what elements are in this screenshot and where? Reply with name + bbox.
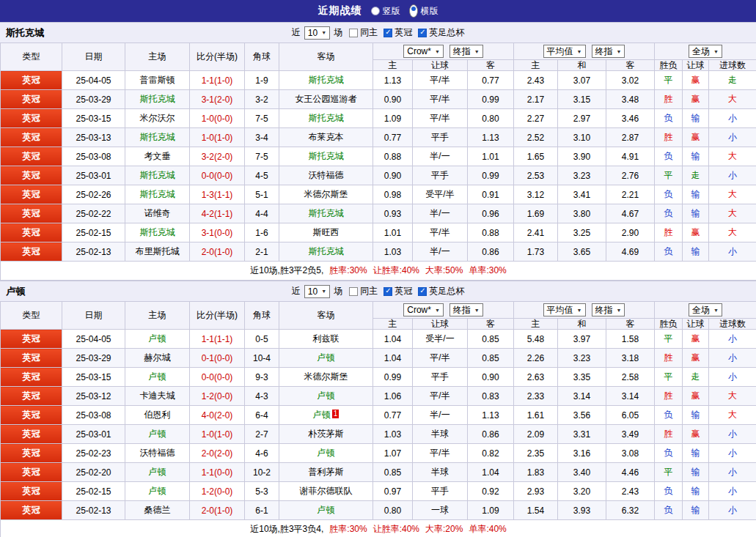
filter-suffix-label: 场 xyxy=(334,26,342,39)
layout-option-vertical[interactable]: 竖版 xyxy=(371,5,400,18)
euro-type-value: 终指 xyxy=(595,304,613,316)
goals-result-cell: 小 xyxy=(709,242,756,262)
date-cell: 25-03-29 xyxy=(62,90,125,109)
match-row: 英冠25-03-01卢顿1-0(1-0)2-7朴茨茅斯1.03半球0.862.0… xyxy=(1,425,756,444)
match-result-cell: 负 xyxy=(655,406,683,425)
away-team-cell: 斯托克城 xyxy=(279,109,373,128)
date-cell: 25-03-13 xyxy=(62,128,125,147)
checkbox-icon[interactable] xyxy=(349,287,358,296)
match-row: 英冠25-04-05普雷斯顿1-1(1-0)1-9斯托克城1.13平/半0.77… xyxy=(1,71,756,90)
radio-icon[interactable] xyxy=(409,4,418,18)
subheader-result: 胜负 xyxy=(655,319,683,330)
home-team-cell: 卢顿 xyxy=(125,463,190,482)
euro-home-odds: 2.43 xyxy=(514,71,558,90)
euro-away-odds: 3.48 xyxy=(606,90,655,109)
checkbox-icon[interactable] xyxy=(418,287,427,296)
team-sections-container: 斯托克城 近 10▼ 场 同主英冠英足总杯 类型 日期 主场 比分(半场) xyxy=(0,22,756,537)
home-team-cell: 卢顿 xyxy=(125,425,190,444)
asian-type-select[interactable]: 终指▼ xyxy=(449,303,483,316)
away-team-name: 谢菲尔德联队 xyxy=(300,486,353,496)
filter-checkbox[interactable]: 同主 xyxy=(349,285,378,297)
home-team-cell: 卢顿 xyxy=(125,368,190,387)
filter-checkbox[interactable]: 同主 xyxy=(349,26,378,39)
score-cell: 0-0(0-0) xyxy=(190,166,245,185)
filter-checkbox[interactable]: 英足总杯 xyxy=(418,26,464,39)
subheader-euro-away: 客 xyxy=(606,319,655,330)
match-result-cell: 负 xyxy=(655,444,683,463)
euro-home-odds: 2.17 xyxy=(514,90,558,109)
asian-type-select[interactable]: 终指▼ xyxy=(449,45,483,58)
asian-away-odds: 0.85 xyxy=(468,330,514,349)
euro-away-odds: 3.49 xyxy=(606,425,655,444)
filter-checkbox[interactable]: 英足总杯 xyxy=(418,285,464,297)
asian-source-select[interactable]: Crow*▼ xyxy=(403,45,444,58)
away-team-name: 卢顿 xyxy=(318,505,335,515)
home-team-cell: 普雷斯顿 xyxy=(125,71,190,90)
summary-stat: 大率:50% xyxy=(425,265,463,275)
summary-stat: 让胜率:40% xyxy=(373,265,419,275)
col-header-date: 日期 xyxy=(62,302,125,330)
euro-type-select[interactable]: 终指▼ xyxy=(592,45,625,58)
asian-home-odds: 1.07 xyxy=(373,444,413,463)
euro-home-odds: 2.53 xyxy=(514,166,558,185)
match-result-cell: 平 xyxy=(655,368,683,387)
date-cell: 25-03-08 xyxy=(62,147,125,166)
radio-icon[interactable] xyxy=(371,7,380,15)
filter-checkbox[interactable]: 英冠 xyxy=(383,26,412,39)
checkbox-icon[interactable] xyxy=(418,29,427,37)
asian-home-odds: 0.80 xyxy=(373,501,413,520)
handicap-result-cell: 赢 xyxy=(683,128,709,147)
league-badge: 英冠 xyxy=(1,185,62,204)
corners-cell: 2-7 xyxy=(245,425,279,444)
match-row: 英冠25-02-15斯托克城3-1(0-0)1-6斯旺西1.01平/半0.882… xyxy=(1,223,756,242)
asian-away-odds: 0.85 xyxy=(468,349,514,368)
topbar: 近期战绩 竖版 横版 xyxy=(0,0,756,22)
asian-handicap: 一球 xyxy=(413,501,468,520)
match-count-select[interactable]: 10▼ xyxy=(304,26,330,40)
euro-source-select[interactable]: 平均值▼ xyxy=(543,45,586,58)
euro-type-select[interactable]: 终指▼ xyxy=(592,303,625,316)
euro-home-odds: 5.48 xyxy=(514,330,558,349)
away-team-name: 斯托克城 xyxy=(309,113,344,123)
away-team-name: 卢顿 xyxy=(313,410,331,420)
matches-body: 英冠25-04-05普雷斯顿1-1(1-0)1-9斯托克城1.13平/半0.77… xyxy=(1,71,756,262)
away-team-name: 米德尔斯堡 xyxy=(304,189,348,199)
corners-cell: 4-4 xyxy=(245,204,279,223)
checkbox-icon[interactable] xyxy=(349,29,358,37)
subheader-asian-away: 客 xyxy=(468,319,514,330)
euro-home-odds: 1.83 xyxy=(514,463,558,482)
corners-cell: 6-1 xyxy=(245,501,279,520)
corners-cell: 5-1 xyxy=(245,185,279,204)
fulltime-select[interactable]: 全场▼ xyxy=(689,303,722,316)
euro-home-odds: 2.33 xyxy=(514,387,558,406)
euro-away-odds: 2.21 xyxy=(606,185,655,204)
away-team-cell: 斯托克城 xyxy=(279,147,373,166)
asian-source-value: Crow* xyxy=(407,305,431,315)
date-cell: 25-03-15 xyxy=(62,109,125,128)
filter-checkbox[interactable]: 英冠 xyxy=(383,285,412,297)
league-badge: 英冠 xyxy=(1,406,62,425)
checkbox-icon[interactable] xyxy=(383,29,392,37)
away-team-cell: 谢菲尔德联队 xyxy=(279,482,373,501)
asian-source-select[interactable]: Crow*▼ xyxy=(403,303,444,316)
corners-cell: 10-4 xyxy=(245,349,279,368)
team-name: 斯托克城 xyxy=(6,26,44,40)
euro-away-odds: 1.58 xyxy=(606,330,655,349)
away-team-name: 卢顿 xyxy=(318,448,335,458)
euro-draw-odds: 3.80 xyxy=(558,204,606,223)
asian-handicap: 平手 xyxy=(413,482,468,501)
asian-handicap: 平/半 xyxy=(413,223,468,242)
layout-option-horizontal[interactable]: 横版 xyxy=(409,4,438,18)
euro-draw-odds: 3.16 xyxy=(558,444,606,463)
match-count-select[interactable]: 10▼ xyxy=(304,285,330,298)
goals-result-cell: 小 xyxy=(709,444,756,463)
euro-home-odds: 1.69 xyxy=(514,204,558,223)
fulltime-select[interactable]: 全场▼ xyxy=(689,45,722,58)
euro-source-select[interactable]: 平均值▼ xyxy=(543,303,586,316)
goals-result-cell: 小 xyxy=(709,128,756,147)
checkbox-icon[interactable] xyxy=(383,287,392,296)
score-cell: 1-0(0-0) xyxy=(190,109,245,128)
checkbox-label: 同主 xyxy=(360,285,378,297)
corners-cell: 3-2 xyxy=(245,90,279,109)
score-cell: 3-1(2-0) xyxy=(190,90,245,109)
